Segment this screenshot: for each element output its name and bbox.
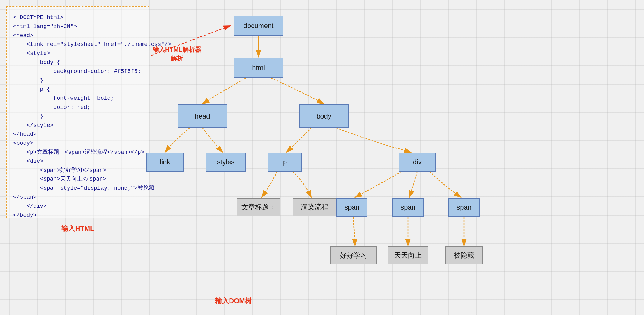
node-link: link xyxy=(146,153,184,172)
node-span3: span xyxy=(448,198,480,217)
main-container: <!DOCTYPE html> <html lang="zh-CN"> <hea… xyxy=(0,0,644,315)
node-div: div xyxy=(399,153,436,172)
left-panel-label: 输入HTML xyxy=(61,224,94,233)
svg-line-2 xyxy=(410,172,417,197)
right-panel-label: 输入DOM树 xyxy=(215,296,252,306)
node-text-tiantianxiangshang: 天天向上 xyxy=(388,246,428,264)
node-html: html xyxy=(234,58,283,78)
node-styles: styles xyxy=(206,153,246,172)
node-p: p xyxy=(268,153,302,172)
node-text-beiyincang: 被隐藏 xyxy=(445,246,483,264)
node-document: document xyxy=(234,16,283,36)
node-span2: span xyxy=(392,198,424,217)
node-span1: span xyxy=(336,198,367,217)
node-xuanranlc-text: 渲染流程 xyxy=(293,198,336,216)
node-head: head xyxy=(178,104,227,128)
svg-line-3 xyxy=(353,217,355,246)
node-body: body xyxy=(299,104,349,128)
node-wenzhan-text: 文章标题： xyxy=(237,198,280,216)
html-code: <!DOCTYPE html> <html lang="zh-CN"> <hea… xyxy=(13,13,143,220)
node-text-haohaoxuexi: 好好学习 xyxy=(330,246,377,264)
left-html-panel: <!DOCTYPE html> <html lang="zh-CN"> <hea… xyxy=(6,6,149,218)
arrow-label: 输入HTML解析器 解析 xyxy=(153,45,201,63)
